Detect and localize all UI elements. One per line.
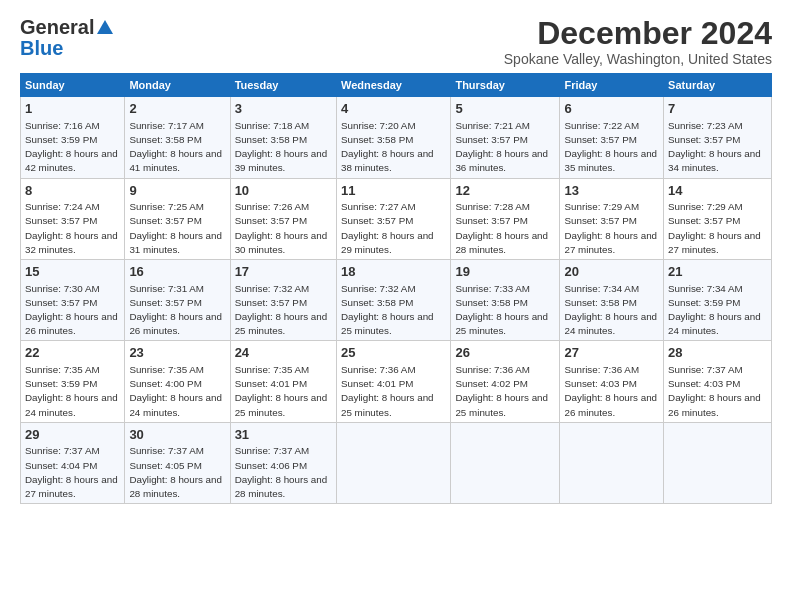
day-number: 11	[341, 182, 446, 200]
day-info: Sunrise: 7:37 AMSunset: 4:05 PMDaylight:…	[129, 445, 222, 499]
day-number: 16	[129, 263, 225, 281]
header-cell-friday: Friday	[560, 74, 664, 97]
day-cell: 22Sunrise: 7:35 AMSunset: 3:59 PMDayligh…	[21, 341, 125, 422]
day-number: 5	[455, 100, 555, 118]
day-number: 1	[25, 100, 120, 118]
day-number: 17	[235, 263, 332, 281]
day-number: 2	[129, 100, 225, 118]
day-info: Sunrise: 7:36 AMSunset: 4:01 PMDaylight:…	[341, 364, 434, 418]
header-row: SundayMondayTuesdayWednesdayThursdayFrid…	[21, 74, 772, 97]
day-number: 7	[668, 100, 767, 118]
day-info: Sunrise: 7:20 AMSunset: 3:58 PMDaylight:…	[341, 120, 434, 174]
header-cell-monday: Monday	[125, 74, 230, 97]
header-cell-thursday: Thursday	[451, 74, 560, 97]
day-number: 13	[564, 182, 659, 200]
day-info: Sunrise: 7:37 AMSunset: 4:06 PMDaylight:…	[235, 445, 328, 499]
day-number: 14	[668, 182, 767, 200]
day-info: Sunrise: 7:17 AMSunset: 3:58 PMDaylight:…	[129, 120, 222, 174]
logo: General Blue	[20, 16, 113, 60]
day-cell: 26Sunrise: 7:36 AMSunset: 4:02 PMDayligh…	[451, 341, 560, 422]
day-cell: 25Sunrise: 7:36 AMSunset: 4:01 PMDayligh…	[336, 341, 450, 422]
day-cell	[336, 422, 450, 503]
day-cell: 15Sunrise: 7:30 AMSunset: 3:57 PMDayligh…	[21, 260, 125, 341]
day-number: 15	[25, 263, 120, 281]
day-info: Sunrise: 7:35 AMSunset: 4:01 PMDaylight:…	[235, 364, 328, 418]
day-cell: 10Sunrise: 7:26 AMSunset: 3:57 PMDayligh…	[230, 178, 336, 259]
day-number: 19	[455, 263, 555, 281]
day-cell: 27Sunrise: 7:36 AMSunset: 4:03 PMDayligh…	[560, 341, 664, 422]
week-row-4: 22Sunrise: 7:35 AMSunset: 3:59 PMDayligh…	[21, 341, 772, 422]
logo-line1: General	[20, 16, 113, 39]
day-info: Sunrise: 7:31 AMSunset: 3:57 PMDaylight:…	[129, 283, 222, 337]
day-cell: 2Sunrise: 7:17 AMSunset: 3:58 PMDaylight…	[125, 97, 230, 178]
day-number: 18	[341, 263, 446, 281]
day-cell: 21Sunrise: 7:34 AMSunset: 3:59 PMDayligh…	[664, 260, 772, 341]
day-number: 12	[455, 182, 555, 200]
day-cell: 20Sunrise: 7:34 AMSunset: 3:58 PMDayligh…	[560, 260, 664, 341]
day-cell: 17Sunrise: 7:32 AMSunset: 3:57 PMDayligh…	[230, 260, 336, 341]
day-cell: 4Sunrise: 7:20 AMSunset: 3:58 PMDaylight…	[336, 97, 450, 178]
day-number: 28	[668, 344, 767, 362]
day-cell: 24Sunrise: 7:35 AMSunset: 4:01 PMDayligh…	[230, 341, 336, 422]
day-cell: 7Sunrise: 7:23 AMSunset: 3:57 PMDaylight…	[664, 97, 772, 178]
day-cell: 19Sunrise: 7:33 AMSunset: 3:58 PMDayligh…	[451, 260, 560, 341]
day-info: Sunrise: 7:33 AMSunset: 3:58 PMDaylight:…	[455, 283, 548, 337]
day-number: 9	[129, 182, 225, 200]
day-cell: 11Sunrise: 7:27 AMSunset: 3:57 PMDayligh…	[336, 178, 450, 259]
day-number: 6	[564, 100, 659, 118]
day-number: 4	[341, 100, 446, 118]
day-number: 21	[668, 263, 767, 281]
day-cell: 31Sunrise: 7:37 AMSunset: 4:06 PMDayligh…	[230, 422, 336, 503]
header-cell-saturday: Saturday	[664, 74, 772, 97]
day-info: Sunrise: 7:26 AMSunset: 3:57 PMDaylight:…	[235, 201, 328, 255]
header-cell-tuesday: Tuesday	[230, 74, 336, 97]
week-row-2: 8Sunrise: 7:24 AMSunset: 3:57 PMDaylight…	[21, 178, 772, 259]
day-cell: 3Sunrise: 7:18 AMSunset: 3:58 PMDaylight…	[230, 97, 336, 178]
day-number: 26	[455, 344, 555, 362]
day-number: 10	[235, 182, 332, 200]
day-number: 31	[235, 426, 332, 444]
day-number: 23	[129, 344, 225, 362]
logo-triangle-icon	[97, 20, 113, 34]
day-info: Sunrise: 7:32 AMSunset: 3:57 PMDaylight:…	[235, 283, 328, 337]
day-cell	[451, 422, 560, 503]
day-cell: 18Sunrise: 7:32 AMSunset: 3:58 PMDayligh…	[336, 260, 450, 341]
day-info: Sunrise: 7:16 AMSunset: 3:59 PMDaylight:…	[25, 120, 118, 174]
day-info: Sunrise: 7:18 AMSunset: 3:58 PMDaylight:…	[235, 120, 328, 174]
day-info: Sunrise: 7:29 AMSunset: 3:57 PMDaylight:…	[668, 201, 761, 255]
header-cell-wednesday: Wednesday	[336, 74, 450, 97]
day-info: Sunrise: 7:36 AMSunset: 4:03 PMDaylight:…	[564, 364, 657, 418]
day-info: Sunrise: 7:36 AMSunset: 4:02 PMDaylight:…	[455, 364, 548, 418]
day-number: 3	[235, 100, 332, 118]
day-number: 24	[235, 344, 332, 362]
day-cell: 28Sunrise: 7:37 AMSunset: 4:03 PMDayligh…	[664, 341, 772, 422]
day-number: 22	[25, 344, 120, 362]
day-cell	[560, 422, 664, 503]
day-info: Sunrise: 7:37 AMSunset: 4:03 PMDaylight:…	[668, 364, 761, 418]
week-row-1: 1Sunrise: 7:16 AMSunset: 3:59 PMDaylight…	[21, 97, 772, 178]
day-info: Sunrise: 7:22 AMSunset: 3:57 PMDaylight:…	[564, 120, 657, 174]
calendar-table: SundayMondayTuesdayWednesdayThursdayFrid…	[20, 73, 772, 504]
day-info: Sunrise: 7:24 AMSunset: 3:57 PMDaylight:…	[25, 201, 118, 255]
page: General Blue December 2024 Spokane Valle…	[0, 0, 792, 612]
day-number: 20	[564, 263, 659, 281]
main-title: December 2024	[504, 16, 772, 51]
day-cell: 14Sunrise: 7:29 AMSunset: 3:57 PMDayligh…	[664, 178, 772, 259]
day-info: Sunrise: 7:34 AMSunset: 3:58 PMDaylight:…	[564, 283, 657, 337]
day-number: 25	[341, 344, 446, 362]
day-info: Sunrise: 7:21 AMSunset: 3:57 PMDaylight:…	[455, 120, 548, 174]
day-info: Sunrise: 7:25 AMSunset: 3:57 PMDaylight:…	[129, 201, 222, 255]
week-row-3: 15Sunrise: 7:30 AMSunset: 3:57 PMDayligh…	[21, 260, 772, 341]
day-info: Sunrise: 7:28 AMSunset: 3:57 PMDaylight:…	[455, 201, 548, 255]
header: General Blue December 2024 Spokane Valle…	[20, 16, 772, 67]
day-cell: 16Sunrise: 7:31 AMSunset: 3:57 PMDayligh…	[125, 260, 230, 341]
day-cell	[664, 422, 772, 503]
day-info: Sunrise: 7:23 AMSunset: 3:57 PMDaylight:…	[668, 120, 761, 174]
day-cell: 1Sunrise: 7:16 AMSunset: 3:59 PMDaylight…	[21, 97, 125, 178]
day-info: Sunrise: 7:37 AMSunset: 4:04 PMDaylight:…	[25, 445, 118, 499]
day-number: 27	[564, 344, 659, 362]
day-number: 8	[25, 182, 120, 200]
day-info: Sunrise: 7:35 AMSunset: 3:59 PMDaylight:…	[25, 364, 118, 418]
day-cell: 23Sunrise: 7:35 AMSunset: 4:00 PMDayligh…	[125, 341, 230, 422]
day-cell: 29Sunrise: 7:37 AMSunset: 4:04 PMDayligh…	[21, 422, 125, 503]
